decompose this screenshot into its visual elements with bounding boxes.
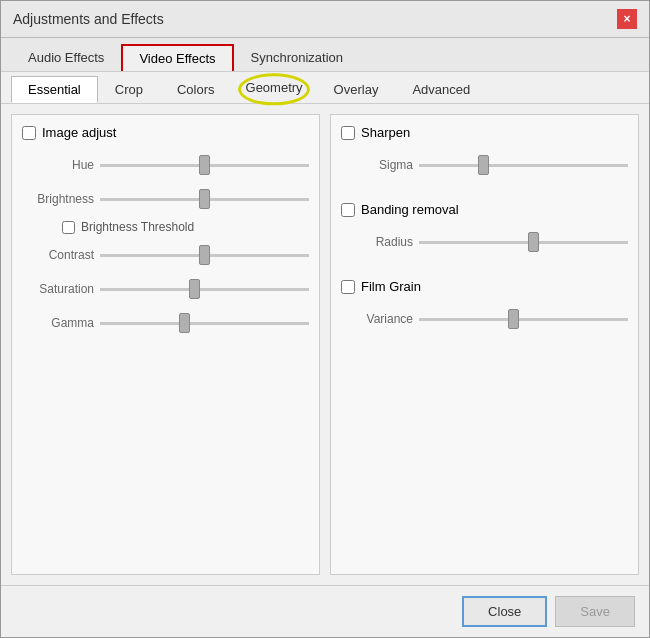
tab-overlay[interactable]: Overlay bbox=[317, 76, 396, 103]
title-bar: Adjustments and Effects × bbox=[1, 1, 649, 38]
hue-slider[interactable] bbox=[100, 164, 309, 167]
contrast-row: Contrast bbox=[22, 244, 309, 266]
brightness-slider-wrap bbox=[100, 188, 309, 210]
brightness-threshold-checkbox[interactable] bbox=[62, 221, 75, 234]
sub-tabs: Essential Crop Colors Geometry Overlay A… bbox=[1, 72, 649, 104]
tab-advanced[interactable]: Advanced bbox=[395, 76, 487, 103]
contrast-slider-wrap bbox=[100, 244, 309, 266]
tab-audio-effects[interactable]: Audio Effects bbox=[11, 44, 121, 71]
sigma-slider[interactable] bbox=[419, 164, 628, 167]
saturation-label: Saturation bbox=[22, 282, 94, 296]
sigma-label: Sigma bbox=[341, 158, 413, 172]
film-grain-checkbox[interactable] bbox=[341, 280, 355, 294]
radius-label: Radius bbox=[341, 235, 413, 249]
tab-synchronization[interactable]: Synchronization bbox=[234, 44, 361, 71]
gamma-row: Gamma bbox=[22, 312, 309, 334]
close-button[interactable]: Close bbox=[462, 596, 547, 627]
banding-removal-label: Banding removal bbox=[361, 202, 459, 217]
variance-row: Variance bbox=[341, 308, 628, 330]
close-icon[interactable]: × bbox=[617, 9, 637, 29]
saturation-row: Saturation bbox=[22, 278, 309, 300]
saturation-slider[interactable] bbox=[100, 288, 309, 291]
gamma-slider[interactable] bbox=[100, 322, 309, 325]
film-grain-label: Film Grain bbox=[361, 279, 421, 294]
brightness-label: Brightness bbox=[22, 192, 94, 206]
brightness-threshold-label: Brightness Threshold bbox=[81, 220, 194, 234]
brightness-slider[interactable] bbox=[100, 198, 309, 201]
image-adjust-checkbox[interactable] bbox=[22, 126, 36, 140]
save-button[interactable]: Save bbox=[555, 596, 635, 627]
sigma-slider-wrap bbox=[419, 154, 628, 176]
hue-slider-wrap bbox=[100, 154, 309, 176]
gamma-slider-wrap bbox=[100, 312, 309, 334]
brightness-threshold-row: Brightness Threshold bbox=[22, 220, 309, 234]
hue-label: Hue bbox=[22, 158, 94, 172]
sharpen-checkbox[interactable] bbox=[341, 126, 355, 140]
image-adjust-label: Image adjust bbox=[42, 125, 116, 140]
sharpen-row: Sharpen bbox=[341, 125, 628, 140]
variance-slider[interactable] bbox=[419, 318, 628, 321]
film-grain-row: Film Grain bbox=[341, 279, 628, 294]
footer: Close Save bbox=[1, 585, 649, 637]
left-panel: Image adjust Hue Brightness Brightness T… bbox=[11, 114, 320, 575]
dialog: Adjustments and Effects × Audio Effects … bbox=[0, 0, 650, 638]
dialog-title: Adjustments and Effects bbox=[13, 11, 164, 27]
radius-row: Radius bbox=[341, 231, 628, 253]
tab-colors[interactable]: Colors bbox=[160, 76, 232, 103]
variance-slider-wrap bbox=[419, 308, 628, 330]
banding-removal-checkbox[interactable] bbox=[341, 203, 355, 217]
right-panel: Sharpen Sigma Banding removal Radius bbox=[330, 114, 639, 575]
content-area: Image adjust Hue Brightness Brightness T… bbox=[1, 104, 649, 585]
sharpen-label: Sharpen bbox=[361, 125, 410, 140]
tab-geometry[interactable]: Geometry bbox=[232, 76, 317, 103]
tab-video-effects[interactable]: Video Effects bbox=[121, 44, 233, 71]
tab-crop[interactable]: Crop bbox=[98, 76, 160, 103]
tab-essential[interactable]: Essential bbox=[11, 76, 98, 103]
main-tabs: Audio Effects Video Effects Synchronizat… bbox=[1, 38, 649, 72]
sigma-row: Sigma bbox=[341, 154, 628, 176]
image-adjust-row: Image adjust bbox=[22, 125, 309, 140]
radius-slider-wrap bbox=[419, 231, 628, 253]
variance-label: Variance bbox=[341, 312, 413, 326]
banding-removal-row: Banding removal bbox=[341, 202, 628, 217]
gamma-label: Gamma bbox=[22, 316, 94, 330]
saturation-slider-wrap bbox=[100, 278, 309, 300]
contrast-label: Contrast bbox=[22, 248, 94, 262]
contrast-slider[interactable] bbox=[100, 254, 309, 257]
hue-row: Hue bbox=[22, 154, 309, 176]
radius-slider[interactable] bbox=[419, 241, 628, 244]
brightness-row: Brightness bbox=[22, 188, 309, 210]
